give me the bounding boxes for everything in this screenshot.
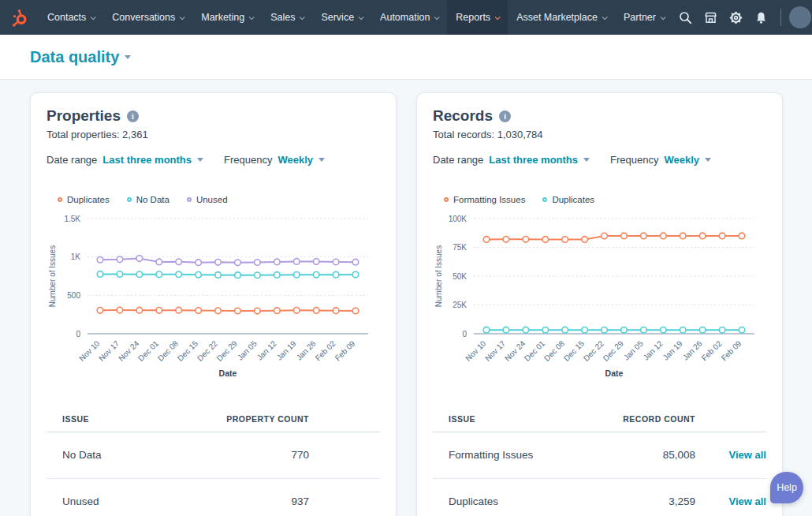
marketplace-icon[interactable] [698,0,724,35]
chevron-down-icon [359,14,364,20]
frequency-dropdown[interactable]: Weekly [664,154,711,166]
nav-items: ContactsConversationsMarketingSalesServi… [39,0,673,35]
card-subtitle: Total properties: 2,361 [47,129,380,140]
help-button[interactable]: Help [770,472,803,503]
properties-chart: 05001K1.5KNumber of IssuesNov 10Nov 17No… [47,209,380,383]
svg-text:Dec 29: Dec 29 [602,338,625,362]
date-range-label: Date range [433,154,483,166]
frequency-label: Frequency [224,154,272,166]
svg-text:Jan 19: Jan 19 [661,338,684,361]
table-row: Unused937 [47,479,380,516]
svg-text:100K: 100K [449,215,467,223]
svg-text:Number of Issues: Number of Issues [434,245,443,307]
issue-cell: Formatting Issues [433,432,581,479]
info-icon[interactable]: i [127,110,139,122]
svg-text:0: 0 [462,330,467,338]
svg-text:Dec 01: Dec 01 [136,338,160,362]
legend-item-duplicates[interactable]: Duplicates [542,195,594,204]
svg-text:Jan 26: Jan 26 [295,338,318,361]
chevron-down-icon [318,158,325,162]
svg-text:Nov 24: Nov 24 [117,338,140,362]
date-range-dropdown[interactable]: Last three months [489,154,590,166]
search-icon[interactable] [673,0,698,35]
legend-item-unused[interactable]: Unused [187,195,228,204]
count-cell: 3,259 [581,479,711,516]
svg-text:Date: Date [605,368,624,378]
records-chart: 025K50K75K100KNumber of IssuesNov 10Nov … [433,209,766,383]
nav-item-partner[interactable]: Partner [615,0,673,35]
top-nav: ContactsConversationsMarketingSalesServi… [0,0,812,35]
nav-item-reports[interactable]: Reports [447,0,508,35]
nav-item-marketing[interactable]: Marketing [192,0,262,35]
view-all-link[interactable]: View all [729,449,766,461]
svg-text:Jan 05: Jan 05 [622,338,645,361]
page-title-dropdown[interactable]: Data quality [30,48,131,66]
chevron-down-icon [180,14,185,20]
legend-marker-icon [127,197,132,202]
legend-marker-icon [58,197,62,202]
filters-row: Date range Last three months Frequency W… [47,154,380,166]
issue-cell: No Data [47,432,146,479]
date-range-dropdown[interactable]: Last three months [102,154,203,166]
svg-text:Date: Date [219,368,237,378]
nav-item-automation[interactable]: Automation [371,0,447,35]
svg-text:Nov 24: Nov 24 [503,338,527,362]
settings-icon[interactable] [724,0,749,35]
svg-text:50K: 50K [453,272,467,281]
chevron-down-icon [661,14,666,20]
chevron-down-icon [705,158,711,162]
date-range-label: Date range [47,154,97,166]
legend-item-no-data[interactable]: No Data [127,195,169,204]
info-icon[interactable]: i [499,110,511,122]
records-card: Records i Total records: 1,030,784 Date … [416,92,783,516]
hubspot-sprocket-icon [9,8,29,28]
nav-item-asset-marketplace[interactable]: Asset Marketplace [508,0,615,35]
svg-text:Number of Issues: Number of Issues [48,245,57,307]
legend-item-formatting-issues[interactable]: Formatting Issues [444,195,525,204]
table-row: Duplicates3,259View all [433,479,766,516]
legend-item-duplicates[interactable]: Duplicates [58,195,110,204]
card-title: Properties [47,107,121,125]
count-cell: 770 [146,432,325,479]
legend-marker-icon [444,197,449,202]
svg-text:Dec 15: Dec 15 [562,338,586,362]
nav-item-conversations[interactable]: Conversations [103,0,192,35]
notifications-icon[interactable] [749,0,774,35]
nav-divider [780,9,781,26]
view-all-link[interactable]: View all [729,495,766,507]
svg-text:75K: 75K [453,243,467,252]
svg-text:Nov 10: Nov 10 [77,338,101,362]
chevron-down-icon [125,55,131,59]
properties-card: Properties i Total properties: 2,361 Dat… [30,92,397,516]
chart-legend: DuplicatesNo DataUnused [58,195,380,204]
svg-text:Jan 19: Jan 19 [275,338,298,361]
svg-text:1.5K: 1.5K [64,215,80,223]
avatar[interactable] [789,6,811,28]
issue-cell: Duplicates [433,479,581,516]
records-issues-table: ISSUE RECORD COUNT Formatting Issues85,0… [433,414,766,516]
nav-item-service[interactable]: Service [312,0,371,35]
chevron-down-icon [434,14,440,20]
hubspot-logo[interactable] [0,0,39,35]
svg-text:Nov 17: Nov 17 [483,338,507,362]
svg-text:Dec 08: Dec 08 [156,338,180,362]
svg-text:Dec 22: Dec 22 [196,338,219,362]
page-title: Data quality [30,48,119,66]
svg-text:Feb 09: Feb 09 [720,338,743,362]
svg-text:25K: 25K [453,301,467,309]
nav-item-sales[interactable]: Sales [262,0,312,35]
properties-issues-table: ISSUE PROPERTY COUNT No Data770Unused937 [47,414,380,516]
svg-text:Feb 02: Feb 02 [700,338,724,362]
issue-cell: Unused [47,479,146,516]
table-row: No Data770 [47,432,380,479]
nav-item-contacts[interactable]: Contacts [39,0,103,35]
svg-text:1K: 1K [71,252,81,261]
frequency-label: Frequency [610,154,658,166]
chevron-down-icon [602,14,608,20]
column-header: ISSUE [47,414,146,432]
svg-text:Dec 01: Dec 01 [523,338,546,362]
count-cell: 937 [146,479,325,516]
svg-text:Feb 09: Feb 09 [333,338,357,362]
content: Properties i Total properties: 2,361 Dat… [0,80,812,516]
frequency-dropdown[interactable]: Weekly [277,154,325,166]
